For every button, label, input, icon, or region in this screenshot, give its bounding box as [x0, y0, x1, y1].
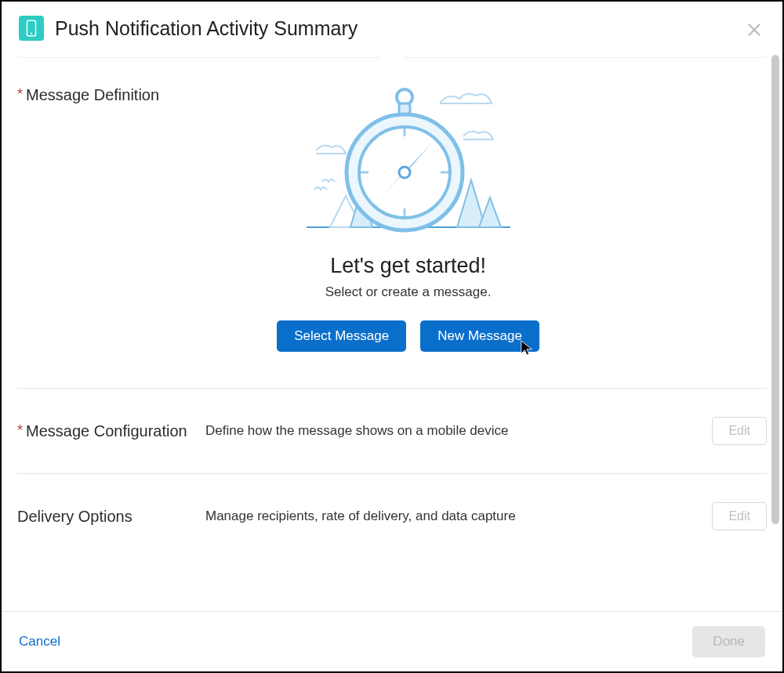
- modal-footer: Cancel Done: [2, 611, 782, 671]
- modal-body: *Message Definition: [2, 55, 782, 611]
- message-configuration-edit-button[interactable]: Edit: [712, 417, 767, 445]
- done-button[interactable]: Done: [692, 626, 765, 657]
- delivery-options-label-wrap: Delivery Options: [17, 508, 205, 526]
- delivery-options-section: Delivery Options Manage recipients, rate…: [17, 474, 767, 570]
- required-asterisk: *: [17, 422, 23, 438]
- scrollbar-thumb[interactable]: [771, 55, 779, 524]
- message-configuration-label-wrap: *Message Configuration: [17, 422, 205, 440]
- modal-title: Push Notification Activity Summary: [55, 17, 358, 40]
- partial-top-row: [17, 55, 767, 61]
- scrollbar[interactable]: [770, 55, 779, 601]
- message-definition-buttons: Select Message New Message: [277, 320, 539, 352]
- close-button[interactable]: [743, 19, 765, 41]
- get-started-subtext: Select or create a message.: [325, 284, 492, 300]
- message-definition-section: *Message Definition: [17, 61, 767, 389]
- delivery-options-label: Delivery Options: [17, 508, 132, 525]
- phone-icon: [19, 16, 44, 41]
- svg-point-1: [31, 33, 32, 34]
- modal-header: Push Notification Activity Summary: [2, 2, 782, 55]
- push-notification-summary-modal: Push Notification Activity Summary *Mess…: [0, 0, 784, 673]
- required-asterisk: *: [17, 86, 23, 102]
- cancel-link[interactable]: Cancel: [19, 634, 60, 649]
- compass-illustration: [275, 80, 542, 240]
- delivery-options-edit-button[interactable]: Edit: [712, 502, 767, 530]
- message-configuration-label: Message Configuration: [26, 422, 187, 440]
- message-configuration-desc: Define how the message shows on a mobile…: [205, 423, 712, 439]
- message-definition-content: Let's get started! Select or create a me…: [49, 77, 767, 352]
- delivery-options-desc: Manage recipients, rate of delivery, and…: [205, 508, 712, 524]
- new-message-button[interactable]: New Message: [420, 320, 539, 352]
- get-started-heading: Let's get started!: [330, 254, 486, 278]
- select-message-button[interactable]: Select Message: [277, 320, 406, 352]
- svg-point-15: [399, 167, 410, 178]
- message-configuration-section: *Message Configuration Define how the me…: [17, 389, 767, 474]
- close-icon: [746, 22, 762, 38]
